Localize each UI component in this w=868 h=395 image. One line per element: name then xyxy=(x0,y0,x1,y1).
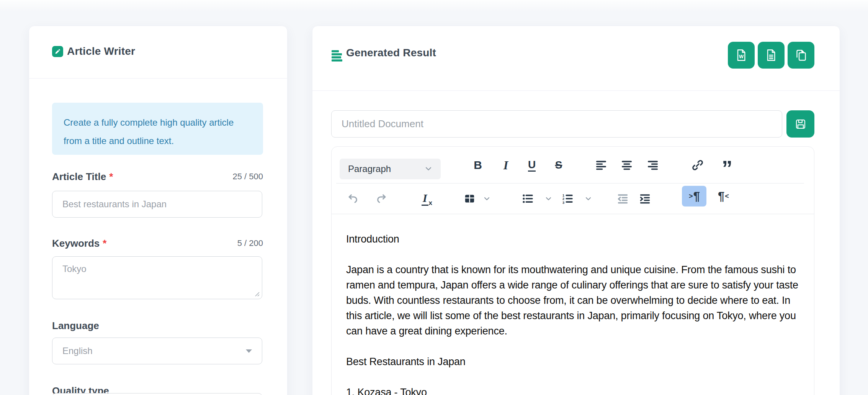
save-icon xyxy=(794,118,807,131)
result-lines-icon xyxy=(332,50,343,62)
content-subheading: Best Restaurants in Japan xyxy=(346,354,799,369)
ltr-paragraph-icon: >¶ xyxy=(688,190,700,202)
keywords-label-row: Keywords * 5 / 200 xyxy=(52,237,263,250)
article-writer-panel: Article Writer Create a fully complete h… xyxy=(29,26,288,395)
required-asterisk: * xyxy=(103,238,106,249)
panel-title: Article Writer xyxy=(67,43,135,60)
keywords-textarea[interactable]: Tokyo xyxy=(52,256,262,299)
rich-text-editor: Paragraph B I U S xyxy=(331,146,814,395)
article-title-label: Article Title xyxy=(52,171,106,183)
underline-button[interactable]: U xyxy=(523,156,540,174)
article-title-input[interactable] xyxy=(52,191,262,218)
undo-icon xyxy=(347,193,359,205)
word-file-icon: W xyxy=(734,48,748,62)
article-title-label-row: Article Title * 25 / 500 xyxy=(52,170,263,183)
article-writer-header: Article Writer xyxy=(29,26,287,78)
numbered-list-button[interactable]: 1 2 3 xyxy=(559,190,576,208)
header-divider xyxy=(29,78,287,79)
info-box: Create a fully complete high quality art… xyxy=(52,103,263,155)
outdent-icon xyxy=(617,193,629,205)
document-title-input[interactable] xyxy=(331,110,782,138)
align-right-button[interactable] xyxy=(644,156,661,174)
paragraph-style-value: Paragraph xyxy=(348,164,391,174)
save-button[interactable] xyxy=(786,110,814,138)
text-file-icon xyxy=(764,48,778,62)
text-direction-ltr-button[interactable]: >¶ xyxy=(682,186,706,207)
paragraph-style-dropdown[interactable]: Paragraph xyxy=(340,159,441,179)
export-text-button[interactable] xyxy=(758,42,785,69)
chevron-down-icon xyxy=(585,197,592,201)
bulleted-list-button[interactable] xyxy=(519,190,536,208)
keywords-label: Keywords xyxy=(52,238,100,249)
rtl-paragraph-icon: ¶< xyxy=(718,190,729,202)
language-label-row: Language xyxy=(52,319,263,332)
align-left-icon xyxy=(595,159,607,171)
language-value: English xyxy=(62,346,93,356)
toolbar-row-2: Ix xyxy=(332,184,814,214)
indent-button[interactable] xyxy=(636,190,653,208)
export-word-button[interactable]: W xyxy=(728,42,755,69)
insert-table-button[interactable] xyxy=(461,190,478,208)
text-direction-rtl-button[interactable]: ¶< xyxy=(711,186,736,207)
bold-button[interactable]: B xyxy=(469,156,486,174)
undo-button[interactable] xyxy=(345,190,361,208)
align-left-button[interactable] xyxy=(593,156,610,174)
svg-text:W: W xyxy=(739,54,744,59)
table-icon xyxy=(464,193,476,205)
bulleted-list-dropdown-chevron[interactable] xyxy=(543,190,553,208)
required-asterisk: * xyxy=(109,171,113,183)
svg-text:3: 3 xyxy=(562,201,564,205)
link-icon xyxy=(691,159,704,171)
redo-button[interactable] xyxy=(373,190,389,208)
outdent-button[interactable] xyxy=(614,190,631,208)
link-button[interactable] xyxy=(689,156,706,174)
table-dropdown-chevron[interactable] xyxy=(482,190,492,208)
content-list-item: 1. Kozasa - Tokyo xyxy=(346,385,799,395)
page: Article Writer Create a fully complete h… xyxy=(0,0,868,395)
header-divider xyxy=(312,90,840,91)
chevron-down-icon xyxy=(246,349,252,353)
redo-icon xyxy=(375,193,387,205)
toolbar-row-1: Paragraph B I U S xyxy=(332,147,814,184)
blockquote-button[interactable]: ” xyxy=(718,156,735,174)
align-right-icon xyxy=(647,159,659,171)
copy-button[interactable] xyxy=(788,42,814,69)
article-title-counter: 25 / 500 xyxy=(232,172,263,182)
generated-result-panel: Generated Result W xyxy=(312,26,840,395)
indent-icon xyxy=(639,193,651,205)
language-select[interactable]: English xyxy=(52,338,262,364)
italic-button[interactable]: I xyxy=(497,156,514,174)
clear-formatting-button[interactable]: Ix xyxy=(418,190,435,208)
pencil-icon xyxy=(52,46,63,57)
strikethrough-button[interactable]: S xyxy=(550,156,567,174)
align-center-icon xyxy=(621,159,633,171)
content-heading: Introduction xyxy=(346,231,799,247)
keywords-counter: 5 / 200 xyxy=(237,238,263,248)
chevron-down-icon xyxy=(484,197,490,201)
editor-content[interactable]: Introduction Japan is a country that is … xyxy=(332,214,814,395)
info-text: Create a fully complete high quality art… xyxy=(64,117,234,146)
bulleted-list-icon xyxy=(522,193,534,205)
content-paragraph: Japan is a country that is known for its… xyxy=(346,262,799,339)
copy-icon xyxy=(794,48,808,62)
align-center-button[interactable] xyxy=(618,156,635,174)
numbered-list-icon: 1 2 3 xyxy=(562,193,574,205)
numbered-list-dropdown-chevron[interactable] xyxy=(583,190,593,208)
language-label: Language xyxy=(52,320,99,332)
chevron-down-icon xyxy=(545,197,552,201)
clear-formatting-icon: Ix xyxy=(422,192,432,206)
panel-title: Generated Result xyxy=(346,44,436,61)
quality-type-select[interactable] xyxy=(52,393,262,395)
chevron-down-icon xyxy=(425,166,432,172)
